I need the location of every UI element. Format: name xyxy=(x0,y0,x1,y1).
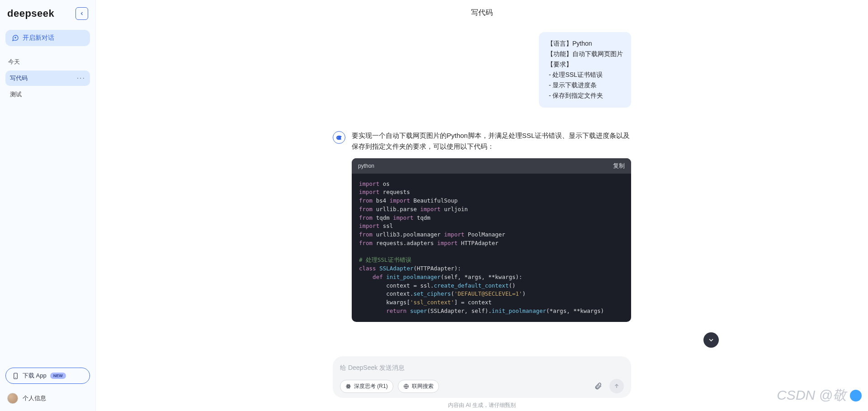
sidebar-item-write-code[interactable]: 写代码 ··· xyxy=(5,71,90,86)
attach-button[interactable] xyxy=(591,379,605,393)
main: 写代码 【语言】Python 【功能】自动下载网页图片 【要求】 - 处理SSL… xyxy=(96,0,868,411)
profile-label: 个人信息 xyxy=(23,394,46,402)
new-badge: NEW xyxy=(50,373,66,379)
new-chat-button[interactable]: 开启新对话 xyxy=(5,30,90,46)
assistant-message-row: 要实现一个自动下载网页图片的Python脚本，并满足处理SSL证书错误、显示下载… xyxy=(333,130,631,322)
deep-think-toggle[interactable]: 深度思考 (R1) xyxy=(340,380,393,393)
sidebar-item-label: 写代码 xyxy=(10,74,28,82)
deep-think-label: 深度思考 (R1) xyxy=(354,383,388,390)
copy-code-button[interactable]: 复制 xyxy=(613,162,625,170)
new-chat-label: 开启新对话 xyxy=(23,34,54,42)
page-title: 写代码 xyxy=(96,0,868,23)
phone-icon xyxy=(12,373,19,379)
code-lang-label: python xyxy=(358,163,374,169)
composer: 深度思考 (R1) 联网搜索 xyxy=(333,356,631,398)
arrow-up-icon xyxy=(613,383,620,389)
sidebar-item-label: 测试 xyxy=(10,90,22,99)
sidebar-section-today: 今天 xyxy=(5,56,90,68)
whale-icon xyxy=(335,134,343,141)
sidebar-item-test[interactable]: 测试 xyxy=(5,87,90,102)
disclaimer-text: 内容由 AI 生成，请仔细甄别 xyxy=(96,398,868,409)
code-content[interactable]: import os import requests from bs4 impor… xyxy=(352,174,631,322)
new-chat-icon xyxy=(12,34,19,42)
paperclip-icon xyxy=(594,382,602,390)
chevron-left-icon xyxy=(79,11,85,16)
globe-icon xyxy=(403,383,409,389)
collapse-sidebar-button[interactable] xyxy=(75,7,88,20)
assistant-intro-text: 要实现一个自动下载网页图片的Python脚本，并满足处理SSL证书错误、显示下载… xyxy=(352,130,631,152)
chevron-down-icon xyxy=(708,336,715,344)
avatar xyxy=(7,393,18,404)
download-app-label: 下载 App xyxy=(23,372,47,380)
atom-icon xyxy=(345,383,351,389)
brand-logo: deepseek xyxy=(7,8,54,19)
scroll-to-bottom-button[interactable] xyxy=(703,332,719,348)
web-search-label: 联网搜索 xyxy=(412,383,434,390)
web-search-toggle[interactable]: 联网搜索 xyxy=(398,380,439,393)
message-input[interactable] xyxy=(340,363,624,373)
user-message-row: 【语言】Python 【功能】自动下载网页图片 【要求】 - 处理SSL证书错误… xyxy=(333,32,631,108)
code-block: python 复制 import os import requests from… xyxy=(352,158,631,322)
svg-point-4 xyxy=(348,386,349,387)
download-app-button[interactable]: 下载 App NEW xyxy=(5,368,90,384)
send-button[interactable] xyxy=(609,379,624,393)
more-icon[interactable]: ··· xyxy=(77,74,85,82)
profile-button[interactable]: 个人信息 xyxy=(5,390,90,406)
sidebar: deepseek 开启新对话 今天 写代码 ··· 测试 下载 App NEW … xyxy=(0,0,96,411)
svg-rect-2 xyxy=(14,373,18,379)
chat-scroll-area[interactable]: 【语言】Python 【功能】自动下载网页图片 【要求】 - 处理SSL证书错误… xyxy=(96,23,868,356)
assistant-avatar xyxy=(333,131,345,144)
user-message: 【语言】Python 【功能】自动下载网页图片 【要求】 - 处理SSL证书错误… xyxy=(539,32,631,108)
composer-area: 深度思考 (R1) 联网搜索 内容由 AI 生成，请仔细甄别 xyxy=(96,356,868,411)
